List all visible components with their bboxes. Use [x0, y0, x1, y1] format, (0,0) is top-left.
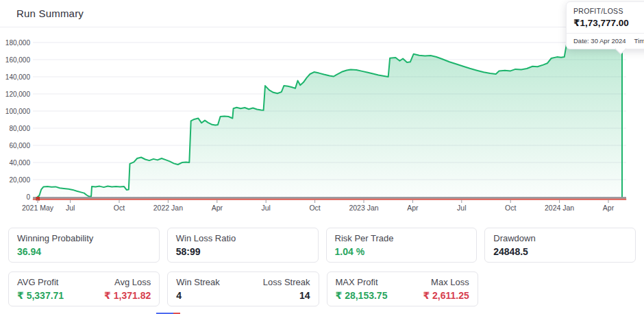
- stats-section: Winning Probability 36.94 Win Loss Ratio…: [0, 215, 644, 306]
- x-axis-label: Oct: [309, 204, 320, 212]
- y-axis-label: 0: [26, 193, 30, 201]
- stat-card-winning-probability: Winning Probability 36.94: [8, 228, 160, 263]
- stat-label: Max Loss: [423, 277, 469, 287]
- stat-label: MAX Profit: [336, 277, 388, 287]
- x-axis-label: Jul: [261, 204, 270, 212]
- y-axis-label: 160,000: [5, 56, 31, 64]
- run-summary-page: { "header": { "title": "Run Summary" }, …: [0, 0, 644, 314]
- stat-value: ₹ 2,611.25: [423, 290, 469, 301]
- stat-label: Loss Streak: [263, 277, 310, 287]
- y-axis-label: 180,000: [5, 39, 31, 47]
- stat-label: Winning Probability: [17, 233, 151, 243]
- y-axis-label: 80,000: [9, 125, 30, 132]
- stat-label: Avg Loss: [104, 277, 151, 287]
- tooltip-date: Date: 30 Apr 2024: [573, 37, 626, 45]
- x-axis-label: Oct: [114, 204, 125, 212]
- stat-card-drawdown: Drawdown 24848.5: [484, 228, 636, 263]
- x-axis-label: Jul: [66, 204, 75, 212]
- stat-col-max-loss: Max Loss ₹ 2,611.25: [423, 277, 469, 301]
- stat-col-avg-profit: AVG Profit ₹ 5,337.71: [17, 277, 64, 301]
- stat-label: Win Loss Ratio: [176, 233, 310, 243]
- y-axis-label: 60,000: [9, 142, 30, 149]
- x-axis-label: 2024 Jan: [545, 204, 574, 212]
- stat-value: ₹ 5,337.71: [17, 290, 64, 301]
- panel-header: Run Summary: [0, 0, 644, 27]
- y-axis-label: 20,000: [9, 176, 30, 184]
- stat-card-risk-per-trade: Risk Per Trade 1.04 %: [326, 228, 478, 263]
- stat-value: 1.04 %: [335, 246, 469, 257]
- tooltip-value: ₹1,73,777.00: [573, 17, 644, 28]
- stat-card-win-loss-ratio: Win Loss Ratio 58:99: [167, 228, 319, 263]
- tooltip-time: Time: 0: [634, 37, 644, 45]
- x-axis-label: Apr: [212, 204, 223, 212]
- stat-card-streaks: Win Streak 4 Loss Streak 14: [167, 271, 319, 306]
- stats-row-2: AVG Profit ₹ 5,337.71 Avg Loss ₹ 1,371.8…: [8, 271, 636, 306]
- tooltip-footer: Date: 30 Apr 2024 Time: 0: [567, 33, 644, 49]
- x-axis-label: Apr: [603, 204, 615, 212]
- tooltip-series-label: PROFIT/LOSS: [573, 7, 644, 15]
- chart-area: 020,00040,00060,00080,000100,000120,0001…: [0, 27, 644, 215]
- stat-value: 14: [263, 290, 310, 301]
- stat-card-max-profit-loss: MAX Profit ₹ 28,153.75 Max Loss ₹ 2,611.…: [327, 271, 478, 306]
- x-axis-label: Oct: [505, 204, 516, 212]
- page-title: Run Summary: [16, 8, 84, 19]
- x-axis-label: Apr: [407, 204, 419, 212]
- x-axis-label: Jul: [457, 204, 466, 212]
- stat-label: Risk Per Trade: [335, 233, 469, 243]
- stat-label: Win Streak: [176, 277, 220, 287]
- stat-col-max-profit: MAX Profit ₹ 28,153.75: [336, 277, 388, 301]
- stat-value: 36.94: [17, 246, 151, 257]
- stat-value: 4: [176, 290, 220, 301]
- stat-value: ₹ 28,153.75: [336, 290, 388, 301]
- stat-value: 24848.5: [493, 246, 627, 257]
- stat-col-win-streak: Win Streak 4: [176, 277, 220, 301]
- stats-row-1: Winning Probability 36.94 Win Loss Ratio…: [8, 228, 636, 263]
- stat-col-avg-loss: Avg Loss ₹ 1,371.82: [104, 277, 151, 301]
- equity-area: [38, 40, 622, 197]
- x-axis-label: 2022 Jan: [153, 204, 183, 212]
- y-axis-label: 40,000: [9, 159, 30, 167]
- y-axis-label: 140,000: [5, 73, 31, 81]
- profit-loss-chart[interactable]: 020,00040,00060,00080,000100,000120,0001…: [0, 27, 644, 215]
- chart-tooltip: PROFIT/LOSS ₹1,73,777.00 Date: 30 Apr 20…: [566, 1, 644, 49]
- x-axis-label: 2021 May: [22, 204, 54, 212]
- stat-value: ₹ 1,371.82: [104, 290, 151, 301]
- stat-label: AVG Profit: [17, 277, 64, 287]
- x-axis-label: 2023 Jan: [349, 204, 378, 212]
- stat-value: 58:99: [176, 246, 310, 257]
- stat-label: Drawdown: [493, 233, 627, 243]
- stat-col-loss-streak: Loss Streak 14: [263, 277, 310, 301]
- stat-card-avg-profit-loss: AVG Profit ₹ 5,337.71 Avg Loss ₹ 1,371.8…: [8, 271, 160, 306]
- y-axis-label: 120,000: [5, 90, 31, 98]
- y-axis-label: 100,000: [5, 108, 31, 115]
